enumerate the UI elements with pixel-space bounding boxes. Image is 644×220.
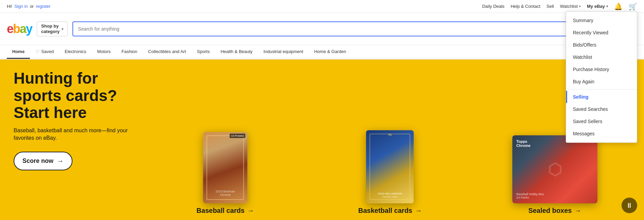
basketball-card-image: ZION WILLIAMSONDonruss Optic #1 xyxy=(366,130,414,203)
nav-item-saved[interactable]: ♡ Saved xyxy=(30,45,59,59)
register-link[interactable]: register xyxy=(36,4,50,9)
sealed-box-section: ToppsChrome Baseball Hobby Box24 Packs ⬡… xyxy=(473,135,637,220)
greeting-text: Hi! xyxy=(7,4,12,9)
hero-heading-line1: Hunting for xyxy=(14,69,98,87)
main-nav: Home ♡ Saved Electronics Motors Fashion … xyxy=(0,45,644,60)
pause-icon: ⏸ xyxy=(626,202,633,209)
dropdown-item-recently-viewed[interactable]: Recently Viewed xyxy=(566,27,637,39)
logo-a: a xyxy=(20,22,26,36)
notifications-button[interactable]: 🔔 xyxy=(614,2,623,11)
basketball-card-arrow-icon: → xyxy=(415,207,422,215)
top-bar-right: Daily Deals Help & Contact Sell Watchlis… xyxy=(482,2,637,11)
search-input[interactable] xyxy=(73,22,566,36)
dropdown-divider xyxy=(566,89,637,89)
baseball-card-label[interactable]: Baseball cards → xyxy=(197,207,254,220)
dropdown-item-purchase-history[interactable]: Purchase History xyxy=(566,63,637,75)
logo-e: e xyxy=(7,22,13,36)
hero-text: Hunting for sports cards? Start here Bas… xyxy=(0,60,143,220)
nav-item-home[interactable]: Home xyxy=(7,45,30,59)
nav-item-home-garden[interactable]: Home & Garden xyxy=(309,45,351,59)
search-bar: All Categories ▾ xyxy=(72,21,637,36)
score-btn-arrow-icon: → xyxy=(57,157,64,165)
hero-section: Hunting for sports cards? Start here Bas… xyxy=(0,60,644,220)
score-btn-label: Score now xyxy=(22,157,53,165)
baseball-card-section: 10 Pristine 2023 BowmanChrome Baseball c… xyxy=(143,132,308,220)
myebay-trigger[interactable]: My eBay ▾ xyxy=(587,4,608,9)
dropdown-item-saved-searches[interactable]: Saved Searches xyxy=(566,103,637,115)
dropdown-item-saved-sellers[interactable]: Saved Sellers xyxy=(566,115,637,128)
dropdown-item-buy-again[interactable]: Buy Again xyxy=(566,75,637,88)
header: e b a y Shop by category ▾ All Categorie… xyxy=(0,13,644,45)
cart-button[interactable]: 🛒 xyxy=(629,2,637,11)
nav-item-electronics[interactable]: Electronics xyxy=(59,45,92,59)
baseball-card-arrow-icon: → xyxy=(247,207,254,215)
nav-item-motors[interactable]: Motors xyxy=(92,45,116,59)
myebay-chevron-icon: ▾ xyxy=(606,4,608,8)
hero-heading-line2: sports cards? xyxy=(14,87,117,104)
or-text: or xyxy=(30,4,34,9)
logo-b: b xyxy=(13,22,20,36)
sealed-box-label[interactable]: Sealed boxes → xyxy=(528,207,581,220)
hero-subtext: Baseball, basketball and much more—find … xyxy=(14,127,129,142)
nav-item-health[interactable]: Health & Beauty xyxy=(215,45,258,59)
top-bar-left: Hi! Sign in or register xyxy=(7,4,51,9)
dropdown-item-selling[interactable]: Selling xyxy=(566,91,637,103)
watchlist-label: Watchlist xyxy=(560,4,578,9)
basketball-card-text: Basketball cards xyxy=(358,207,412,215)
sealed-box-arrow-icon: → xyxy=(575,207,581,215)
pause-button[interactable]: ⏸ xyxy=(622,198,637,213)
nav-saved-label: Saved xyxy=(41,49,54,54)
ebay-logo[interactable]: e b a y xyxy=(7,22,32,36)
baseball-card-text: Baseball cards xyxy=(197,207,245,215)
baseball-card-image: 10 Pristine 2023 BowmanChrome xyxy=(203,132,247,203)
help-contact-link[interactable]: Help & Contact xyxy=(511,4,540,9)
myebay-dropdown: Summary Recently Viewed Bids/Offers Watc… xyxy=(566,11,637,143)
dropdown-item-messages[interactable]: Messages xyxy=(566,128,637,140)
dropdown-item-summary[interactable]: Summary xyxy=(566,14,637,27)
shop-by-category[interactable]: Shop by category ▾ xyxy=(37,21,68,36)
shop-by-chevron-icon: ▾ xyxy=(62,27,63,31)
logo-y: y xyxy=(26,22,32,36)
nav-item-collectibles[interactable]: Collectibles and Art xyxy=(143,45,192,59)
nav-item-industrial[interactable]: Industrial equipment xyxy=(258,45,309,59)
top-bar: Hi! Sign in or register Daily Deals Help… xyxy=(0,0,644,13)
daily-deals-link[interactable]: Daily Deals xyxy=(482,4,505,9)
sell-link[interactable]: Sell xyxy=(546,4,554,9)
heart-icon: ♡ xyxy=(35,49,40,54)
nav-item-fashion[interactable]: Fashion xyxy=(116,45,143,59)
shop-by-label: Shop by category xyxy=(41,23,60,34)
watchlist-chevron-icon: ▾ xyxy=(579,4,581,8)
hero-heading-line3: Start here xyxy=(14,104,87,121)
sealed-box-text: Sealed boxes xyxy=(528,207,572,215)
basketball-card-label[interactable]: Basketball cards → xyxy=(358,207,422,220)
dropdown-item-bids-offers[interactable]: Bids/Offers xyxy=(566,39,637,51)
basketball-card-section: ZION WILLIAMSONDonruss Optic #1 Basketba… xyxy=(308,130,472,220)
myebay-label: My eBay xyxy=(587,4,605,9)
signin-link[interactable]: Sign in xyxy=(14,4,28,9)
dropdown-item-watchlist[interactable]: Watchlist xyxy=(566,51,637,63)
hero-heading: Hunting for sports cards? Start here xyxy=(14,70,129,121)
watchlist-trigger[interactable]: Watchlist ▾ xyxy=(560,4,581,9)
nav-item-sports[interactable]: Sports xyxy=(192,45,215,59)
myebay-dropdown-menu: Summary Recently Viewed Bids/Offers Watc… xyxy=(566,11,637,143)
score-now-button[interactable]: Score now → xyxy=(14,152,72,170)
sealed-box-image: ToppsChrome Baseball Hobby Box24 Packs ⬡ xyxy=(512,135,597,203)
